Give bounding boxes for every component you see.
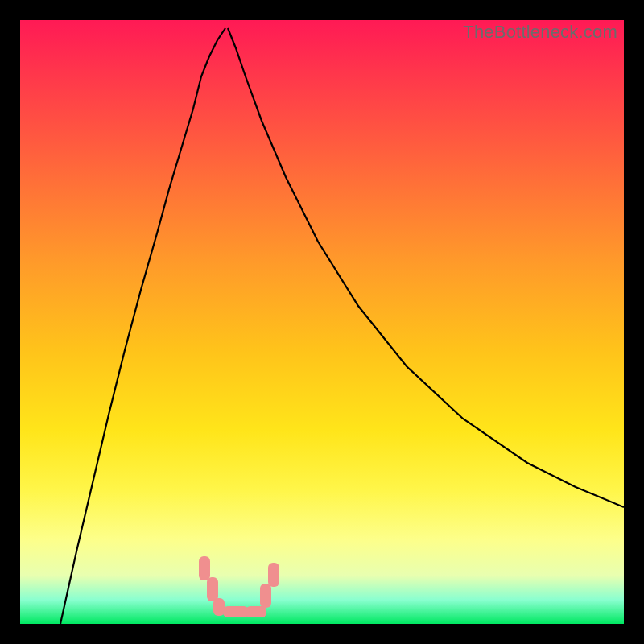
plot-area: TheBottleneck.com: [20, 20, 624, 624]
curves-svg: [20, 20, 624, 624]
marker-bottom-3: [246, 606, 266, 617]
marker-right-lower: [260, 584, 271, 608]
right-curve: [228, 28, 624, 507]
left-curve: [60, 28, 225, 624]
marker-left-top: [199, 556, 210, 580]
marker-right-upper: [268, 563, 279, 587]
